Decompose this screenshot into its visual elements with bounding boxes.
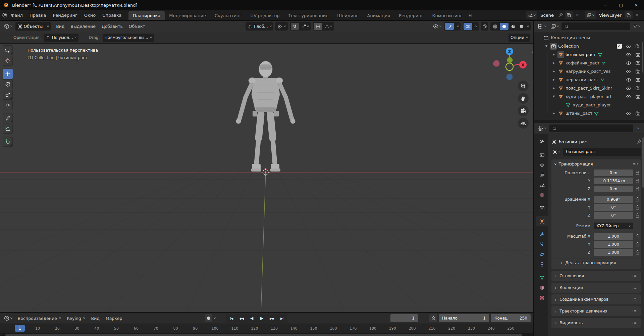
expand-arrow[interactable]: › (1, 332, 2, 336)
workspace-tab[interactable]: Анимация (363, 11, 394, 20)
new-scene-button[interactable] (565, 11, 573, 19)
transform-value-field[interactable]: 0 m (594, 170, 633, 176)
timeline-editor-type-button[interactable]: ∨ (3, 314, 13, 323)
annotate-tool[interactable] (3, 113, 13, 123)
viewlayer-name[interactable]: ViewLayer (597, 13, 624, 18)
outliner-row[interactable]: ▶кофейник_раст (534, 59, 644, 67)
panel-grip[interactable] (632, 322, 637, 324)
jump-start-button[interactable]: |◀ (226, 315, 236, 322)
scene-name[interactable]: Scene (538, 13, 556, 18)
properties-tab-constraints[interactable] (536, 259, 548, 269)
workspace-tab[interactable]: Моделирование (165, 11, 210, 20)
outliner-row[interactable]: ▶штаны_раст (534, 109, 644, 117)
outliner-display-mode-button[interactable]: ∨ (549, 22, 560, 31)
delta-transform-panel[interactable]: › Дельта-трансформация (551, 258, 641, 267)
expand-arrow-icon[interactable]: ▶ (551, 78, 556, 81)
pan-button[interactable] (518, 93, 529, 104)
properties-tab-particles[interactable] (536, 239, 548, 249)
outliner-filter-button[interactable]: ∨ (632, 22, 641, 31)
record-icon[interactable] (207, 317, 210, 320)
transform-value-field[interactable]: 0° (594, 204, 633, 211)
snap-toggle[interactable] (291, 23, 299, 30)
next-keyframe-button[interactable]: ▶◆ (267, 315, 277, 322)
render-toggle-icon[interactable] (635, 44, 641, 49)
hide-toggle-icon[interactable] (626, 52, 631, 57)
properties-tab-texture[interactable] (536, 293, 548, 302)
properties-tab-scene[interactable] (536, 180, 548, 190)
properties-tab-object[interactable] (536, 216, 548, 226)
play-reverse-button[interactable]: ◀ (247, 315, 257, 322)
expand-arrow-icon[interactable]: ▼ (551, 95, 556, 98)
play-forward-button[interactable]: ▶ (257, 315, 267, 322)
outliner-row[interactable]: ▶нагрудник_раст_Ves (534, 67, 644, 76)
workspace-tab[interactable]: Скульптинг (210, 11, 246, 20)
workspace-tab[interactable]: Н (467, 11, 474, 20)
options-dropdown[interactable]: Опции ∨ (508, 34, 530, 42)
move-tool[interactable] (3, 69, 13, 79)
transform-value-field[interactable]: 0.969° (594, 196, 633, 203)
current-frame-marker[interactable]: 1 (15, 325, 25, 332)
outliner-row[interactable]: Коллекция сцены (534, 34, 644, 42)
viewport-menu-item[interactable]: Выделение (67, 22, 98, 31)
jump-end-button[interactable]: ▶| (277, 315, 287, 322)
properties-tab-view-layer[interactable] (536, 170, 548, 180)
close-button[interactable]: ✕ (629, 0, 644, 10)
properties-tab-output[interactable] (536, 160, 548, 170)
gizmo-neg-x-ball[interactable] (493, 60, 500, 67)
outliner-row[interactable]: ▶перчатки_раст (534, 76, 644, 84)
panel-коллекции[interactable]: ›Коллекции (551, 283, 641, 293)
hide-toggle-icon[interactable] (626, 77, 631, 83)
shading-dropdown[interactable]: ∨ (525, 25, 531, 28)
hide-toggle-icon[interactable] (626, 86, 631, 91)
timeline-menu-item[interactable]: Вид (88, 314, 103, 322)
add-cube-tool[interactable] (3, 137, 13, 147)
transform-value-field[interactable]: 1.000 (594, 249, 633, 256)
expand-arrow-icon[interactable]: ▶ (551, 53, 556, 56)
mode-selector[interactable]: Объекты ∨ (15, 22, 51, 31)
delete-viewlayer-button[interactable]: × (633, 13, 641, 17)
panel-отношения[interactable]: ›Отношения (551, 271, 641, 281)
outliner-row[interactable]: ▶пояс_раст_Skirt_Skinr (534, 84, 644, 92)
scene-selector[interactable]: ∨ (526, 11, 537, 19)
properties-tab-world[interactable] (536, 190, 548, 200)
rotation-mode-dropdown[interactable]: XYZ Эйлер∨ (594, 223, 633, 229)
new-viewlayer-button[interactable] (625, 11, 633, 19)
outliner-scrollbar[interactable] (642, 42, 643, 73)
gizmo-y-ball[interactable] (507, 57, 513, 63)
viewport-menu-item[interactable]: Добавить (99, 22, 126, 31)
visibility-dropdown[interactable]: ∨ (432, 22, 442, 31)
menubar-item[interactable]: Файл (7, 11, 26, 19)
outliner-row[interactable]: худи_раст_player (534, 101, 644, 109)
pivot-point-selector[interactable]: ∨ (275, 22, 288, 31)
properties-options-dropdown[interactable]: ∨ (634, 127, 643, 130)
properties-tab-tool[interactable] (536, 137, 548, 146)
overlays-toggle[interactable] (464, 23, 472, 30)
workspace-tab[interactable]: Текстурирование (284, 11, 333, 20)
panel-grip[interactable] (632, 310, 637, 313)
checkbox[interactable]: ✓ (617, 44, 622, 49)
perspective-toggle-button[interactable] (518, 118, 529, 129)
outliner-row[interactable]: ▼Collection✓ (534, 42, 644, 50)
editor-type-button[interactable]: ∨ (3, 22, 13, 31)
properties-tab-collection[interactable] (536, 203, 548, 213)
maximize-button[interactable]: ▢ (613, 0, 629, 10)
menubar-item[interactable]: Рендеринг (49, 11, 80, 19)
navigation-gizmo[interactable]: Z X (490, 44, 531, 83)
properties-scrollbar[interactable] (642, 137, 644, 188)
id-type-selector[interactable]: ∨ (551, 148, 562, 156)
timeline-menu-item[interactable]: Keying∨ (64, 314, 88, 322)
hide-toggle-icon[interactable] (626, 60, 631, 66)
orientation-setting-dropdown[interactable]: По умол... ∨ (44, 34, 79, 42)
3d-viewport[interactable]: Пользовательская перспектива (1) Collect… (0, 44, 533, 312)
properties-tab-object-data[interactable] (536, 273, 548, 282)
render-toggle-icon[interactable] (635, 69, 641, 74)
shading-solid-button[interactable] (500, 23, 508, 30)
gizmos-dropdown[interactable]: ∨ (455, 25, 461, 28)
properties-editor-type-button[interactable]: ∨ (537, 124, 547, 133)
render-toggle-icon[interactable] (635, 94, 641, 99)
editor-splitter[interactable] (534, 120, 644, 123)
render-toggle-icon[interactable] (635, 77, 641, 83)
falloff-selector[interactable]: ∨ (324, 22, 333, 31)
hide-toggle-icon[interactable] (626, 69, 631, 74)
minimize-button[interactable]: ─ (598, 0, 613, 10)
